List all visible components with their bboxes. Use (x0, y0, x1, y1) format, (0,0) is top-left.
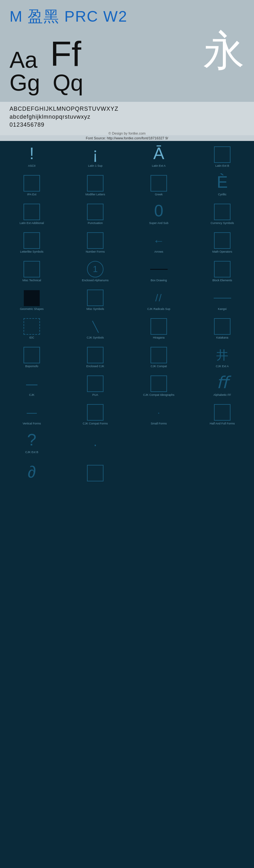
grid-cell-latinexta: Ā Latin Ext A (127, 141, 190, 169)
label-ascii: ASCII (28, 164, 36, 168)
alphabet-digits: 0123456789 (9, 121, 245, 129)
grid-cell-enclosedalpha: 1 Enclosed Alphanums (64, 255, 127, 284)
smalldot-icon: · (157, 408, 160, 418)
symbol-cjkcompatideo (150, 375, 167, 392)
label-currency: Currency Symbols (211, 221, 234, 225)
symbol-ascii: ! (30, 144, 34, 163)
grid-row-7: IDC ╲ CJK Symbols Hiragana Katakana (0, 313, 254, 341)
symbol-arrows: ← (153, 233, 165, 249)
grid-cell-smallforms: · Small Forms (127, 399, 190, 427)
preview-ff: Ff (50, 36, 81, 71)
grid-row-1: ! ASCII ¡ Latin 1 Sup Ā Latin Ext A Lati… (0, 141, 254, 169)
preview-row1: Aa Ff 永 (9, 30, 245, 71)
grid-cell-cjkcompat: CJK Compat (127, 341, 190, 370)
label-letterlike: Letterlike Symbols (20, 250, 43, 254)
symbol-kangxi (214, 290, 231, 306)
symbol-cjkcompatforms (87, 404, 104, 421)
grid-cell-enclosedcjk: Enclosed CJK (64, 341, 127, 370)
grid-cell-latinextb: Latin Ext B (190, 141, 254, 169)
sq-outline-numberforms (87, 232, 104, 249)
preview-qq: Qq (53, 71, 83, 94)
font-title: M 盈黑 PRC W2 (9, 6, 245, 27)
symbol-geometricshapes (24, 290, 40, 306)
sq-solid-icon (24, 290, 40, 306)
label-enclosedcjk: Enclosed CJK (86, 365, 104, 368)
grid-cell-superandsub: 0 Super And Sub (127, 198, 190, 227)
symbol-punctuation (87, 204, 104, 220)
label-cjksymbols: CJK Symbols (87, 336, 104, 340)
grid-cell-currency: Currency Symbols (190, 198, 254, 227)
symbol-modifierletters (87, 175, 104, 191)
arrow-left-icon: ← (153, 234, 165, 248)
grid-row-9: — CJK PUA CJK Compat Ideographs ﬀ Alphab… (0, 370, 254, 399)
grid-cell-empty1 (127, 427, 190, 456)
label-latin1sup: Latin 1 Sup (88, 164, 103, 168)
grid-cell-ipaext: IPA Ext (0, 169, 64, 198)
symbol-greek (150, 175, 167, 191)
sq-outline-currency (214, 204, 230, 220)
label-cyrillic: Cyrillic (218, 193, 227, 196)
label-cjkcompat: CJK Compat (150, 365, 167, 368)
grid-cell-punctuation: Punctuation (64, 198, 127, 227)
alphabet-upper: ABCDEFGHIJKLMNOPQRSTUVWXYZ (9, 105, 245, 113)
label-blockelements: Block Elements (212, 279, 232, 282)
label-cjkradicals: CJK Radicals Sup (147, 307, 171, 311)
label-kangxi: Kangxi (218, 307, 227, 311)
slashes-icon: // (155, 292, 162, 304)
sq-outline-punctuation (87, 204, 104, 220)
alphabet-section: ABCDEFGHIJKLMNOPQRSTUVWXYZ abcdefghijklm… (0, 102, 254, 131)
sq-outline-cjkcompatforms (87, 404, 104, 421)
grid-row-4: Letterlike Symbols Number Forms ← Arrows… (0, 227, 254, 255)
grid-row-10: — Vertical Forms CJK Compat Forms · Smal… (0, 399, 254, 427)
dashed-sq-icon (24, 318, 40, 335)
symbol-smallforms: · (157, 405, 160, 421)
grid-cell-latin1sup: ¡ Latin 1 Sup (64, 141, 127, 169)
symbol-latin1sup: ¡ (93, 144, 98, 163)
symbol-latinexta: Ā (153, 144, 165, 163)
grid-cell-delta: ∂ (0, 456, 64, 485)
symbol-ipaext (24, 175, 40, 191)
delta-icon: ∂ (28, 462, 36, 482)
symbol-cjkexta: 井 (216, 347, 228, 363)
symbol-idc (24, 318, 40, 335)
sq-outline-bopomofo (24, 347, 40, 363)
grid-cell-arrows: ← Arrows (127, 227, 190, 255)
symbol-latinextb (214, 146, 230, 163)
grid-cell-cjksymbols: ╲ CJK Symbols (64, 313, 127, 341)
symbol-misctechnical (24, 261, 40, 277)
symbol-dot: · (93, 437, 97, 453)
label-numberforms: Number Forms (86, 250, 105, 254)
dash-line-icon (150, 269, 168, 270)
symbol-currency (214, 204, 230, 220)
preview-chinese: 永 (203, 30, 245, 71)
grid-cell-hiragana: Hiragana (127, 313, 190, 341)
grid-cell-greek: Greek (127, 169, 190, 198)
label-mathoperators: Math Operators (212, 250, 232, 254)
grid-cell-empty4 (190, 456, 254, 485)
grid-cell-cjkexta: 井 CJK Ext A (190, 341, 254, 370)
symbol-hiragana (150, 318, 167, 335)
label-cjkcompatideo: CJK Compat Ideographs (143, 393, 175, 397)
emdash-icon: — (26, 377, 37, 391)
sq-outline-latinextb (214, 146, 230, 163)
symbol-bopomofo (24, 347, 40, 363)
sq-outline-cjkcompatideo (150, 375, 167, 392)
kanji-icon: 井 (216, 347, 228, 363)
label-latinexta: Latin Ext A (152, 164, 166, 168)
sq-outline-latinextadd (24, 204, 40, 220)
symbol-verticalforms: — (27, 405, 37, 421)
symbol-letterlike (24, 232, 40, 249)
sq-outline-pua (87, 375, 104, 392)
label-modifierletters: Modifier Letters (85, 193, 105, 196)
label-latinextb: Latin Ext B (215, 164, 229, 168)
label-cjkexta: CJK Ext A (216, 365, 229, 368)
grid-cell-cyrillic: È Cyrillic (190, 169, 254, 198)
copyright-line: © Design by fontke.com (0, 131, 254, 135)
kangxi-line-icon (214, 298, 231, 299)
vdash-icon: — (27, 407, 37, 418)
grid-row-6: Geometric Shapes Misc Symbols // CJK Rad… (0, 284, 254, 313)
sq-outline-misctechnical (24, 261, 40, 277)
label-halffullforms: Half And Full Forms (210, 422, 234, 426)
grid-cell-katakana: Katakana (190, 313, 254, 341)
sq-outline-cjkcompat (150, 347, 167, 363)
